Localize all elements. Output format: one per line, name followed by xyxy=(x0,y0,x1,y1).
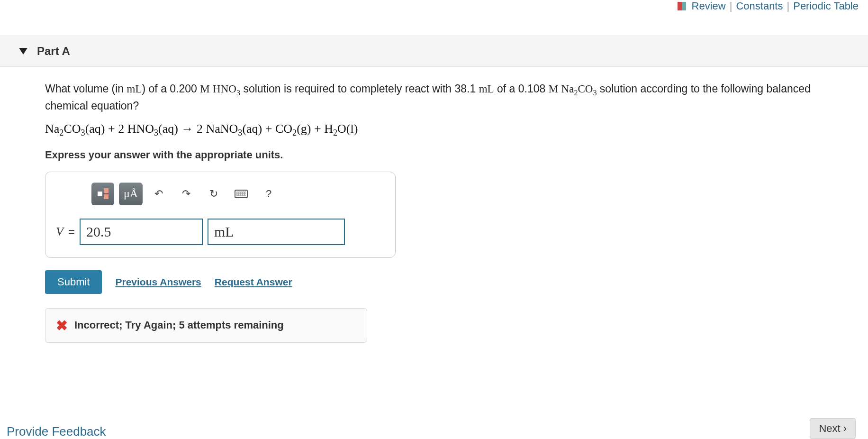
chemical-equation: Na2CO3(aq) + 2 HNO3(aq) → 2 NaNO3(aq) + … xyxy=(45,122,854,138)
help-button[interactable]: ? xyxy=(257,183,280,205)
incorrect-x-icon: ✖ xyxy=(56,317,68,334)
help-icon: ? xyxy=(266,188,271,200)
express-units-instruction: Express your answer with the appropriate… xyxy=(45,149,854,161)
next-label: Next xyxy=(819,422,840,435)
value-input[interactable] xyxy=(80,219,203,245)
keyboard-button[interactable] xyxy=(230,183,253,205)
undo-icon: ↶ xyxy=(154,188,163,200)
keyboard-icon xyxy=(235,190,248,198)
provide-feedback-link[interactable]: Provide Feedback xyxy=(7,424,106,439)
part-header[interactable]: Part A xyxy=(0,36,868,67)
feedback-message: Incorrect; Try Again; 5 attempts remaini… xyxy=(74,319,284,331)
formatting-toolbar: μÅ ↶ ↷ ↻ ? xyxy=(91,183,385,205)
submit-button[interactable]: Submit xyxy=(45,270,102,294)
answer-line: V = xyxy=(56,219,385,245)
units-symbols-button[interactable]: μÅ xyxy=(119,183,143,205)
mu-angstrom-icon: μÅ xyxy=(124,187,138,200)
actions-row: Submit Previous Answers Request Answer xyxy=(45,270,854,294)
templates-button[interactable] xyxy=(91,183,114,205)
reset-button[interactable]: ↻ xyxy=(202,183,225,205)
next-button[interactable]: Next › xyxy=(810,418,856,439)
top-links-bar: Review | Constants | Periodic Table xyxy=(678,0,859,12)
reset-icon: ↻ xyxy=(209,188,218,200)
variable-label: V xyxy=(56,225,63,239)
chevron-right-icon: › xyxy=(843,422,847,435)
request-answer-link[interactable]: Request Answer xyxy=(215,276,292,288)
review-icon xyxy=(678,2,686,10)
review-link[interactable]: Review xyxy=(692,0,726,12)
redo-button[interactable]: ↷ xyxy=(175,183,198,205)
separator: | xyxy=(730,0,732,12)
answer-box: μÅ ↶ ↷ ↻ ? V = xyxy=(45,172,396,258)
content-area: What volume (in mL) of a 0.200 M HNO3 so… xyxy=(0,67,868,343)
feedback-box: ✖ Incorrect; Try Again; 5 attempts remai… xyxy=(45,308,367,343)
equals-sign: = xyxy=(68,225,75,238)
undo-button[interactable]: ↶ xyxy=(147,183,170,205)
separator: | xyxy=(787,0,789,12)
templates-icon xyxy=(98,188,108,199)
collapse-triangle-icon xyxy=(19,48,27,55)
constants-link[interactable]: Constants xyxy=(736,0,783,12)
unit-input[interactable] xyxy=(208,219,345,245)
question-text: What volume (in mL) of a 0.200 M HNO3 so… xyxy=(45,81,854,113)
part-label: Part A xyxy=(37,45,70,58)
previous-answers-link[interactable]: Previous Answers xyxy=(115,276,201,288)
periodic-table-link[interactable]: Periodic Table xyxy=(793,0,859,12)
redo-icon: ↷ xyxy=(182,188,190,200)
